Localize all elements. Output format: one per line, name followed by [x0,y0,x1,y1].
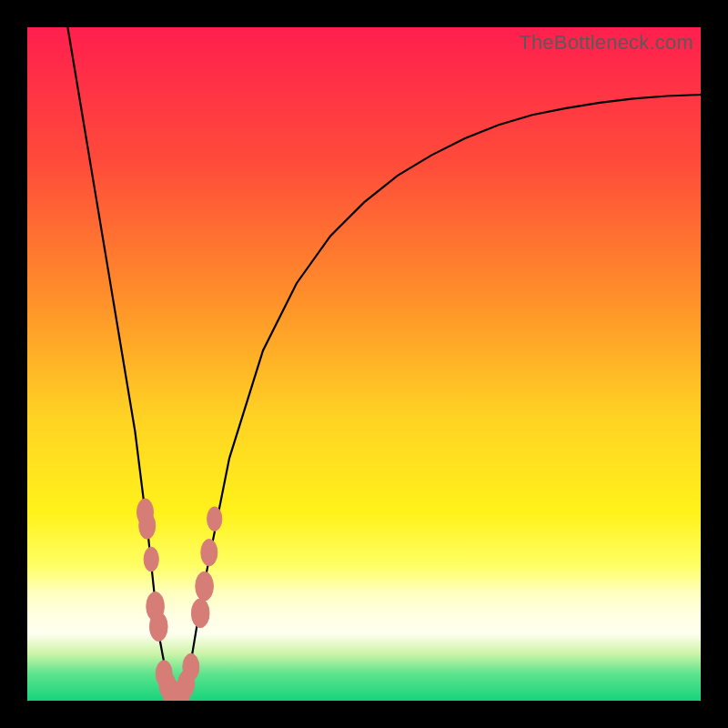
plot-area: TheBottleneck.com [27,27,701,701]
marker-bead [144,547,158,571]
marker-bead [201,540,217,566]
chart-stage: TheBottleneck.com [0,0,728,728]
marker-bead [196,571,214,601]
marker-bead [150,612,168,642]
marker-bead [207,507,222,531]
chart-svg [27,27,701,701]
marker-bead [191,599,209,628]
marker-bead [183,653,199,680]
marker-bead [139,512,156,539]
beads-group [137,499,222,701]
